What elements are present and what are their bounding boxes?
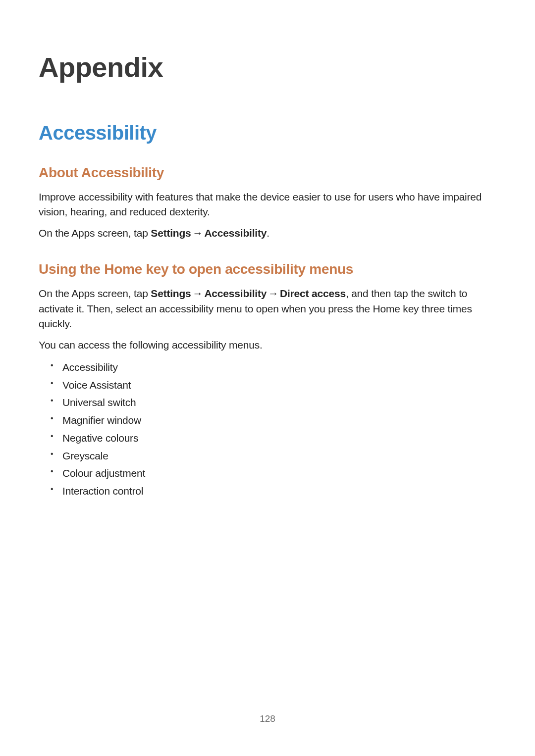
subsection-home-key: Using the Home key to open accessibility…: [39, 261, 496, 277]
arrow-icon: →: [267, 288, 280, 299]
chapter-title: Appendix: [39, 51, 496, 83]
list-item: Greyscale: [51, 447, 496, 465]
page-number: 128: [0, 713, 535, 724]
text-direct-access: Direct access: [280, 288, 346, 299]
paragraph-about-accessibility: Improve accessibility with features that…: [39, 190, 496, 220]
list-item: Accessibility: [51, 358, 496, 376]
text-accessibility: Accessibility: [204, 288, 267, 299]
list-item: Magnifier window: [51, 411, 496, 429]
list-item: Voice Assistant: [51, 376, 496, 394]
arrow-icon: →: [191, 227, 205, 239]
text-period: .: [267, 227, 269, 239]
list-item: Universal switch: [51, 394, 496, 411]
paragraph-access-menus: You can access the following accessibili…: [39, 338, 496, 353]
paragraph-home-key-path: On the Apps screen, tap Settings→Accessi…: [39, 286, 496, 331]
accessibility-menu-list: Accessibility Voice Assistant Universal …: [39, 358, 496, 500]
list-item: Negative colours: [51, 429, 496, 447]
page-content: Appendix Accessibility About Accessibili…: [0, 0, 535, 500]
text-settings: Settings: [151, 288, 191, 299]
list-item: Colour adjustment: [51, 464, 496, 482]
paragraph-settings-path: On the Apps screen, tap Settings→Accessi…: [39, 226, 496, 241]
section-title: Accessibility: [39, 122, 496, 144]
text-settings: Settings: [151, 227, 191, 239]
list-item: Interaction control: [51, 482, 496, 500]
text-pre: On the Apps screen, tap: [39, 227, 151, 239]
subsection-about-accessibility: About Accessibility: [39, 165, 496, 181]
arrow-icon: →: [191, 288, 205, 299]
text-pre: On the Apps screen, tap: [39, 288, 151, 299]
text-accessibility: Accessibility: [204, 227, 267, 239]
